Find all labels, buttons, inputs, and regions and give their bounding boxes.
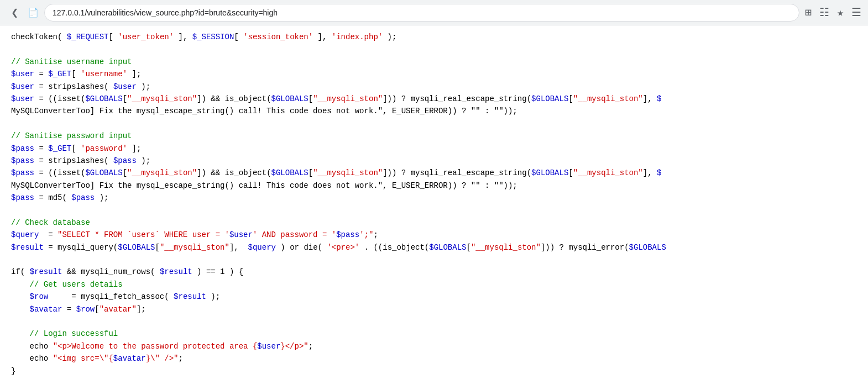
code-line-12: $query = "SELECT * FROM `users` WHERE us… [0,229,868,241]
code-container: checkToken( $_REQUEST[ 'user_token' ], $… [0,25,868,390]
code-line-comment-3: // Check database [0,217,868,229]
code-line-1: checkToken( $_REQUEST[ 'user_token' ], $… [0,31,868,43]
code-line-blank-5 [0,315,868,328]
code-line-comment-2: // Sanitise password input [0,130,868,142]
code-line-blank-2 [0,118,868,130]
back-button[interactable]: ❮ [7,5,22,20]
code-line-9: $pass = ((isset($GLOBALS["__mysqli_ston"… [0,167,868,179]
code-line-16: $avatar = $row["avatar"]; [0,303,868,315]
code-line-11: $pass = md5( $pass ); [0,192,868,204]
browser-actions: ⊞ ☷ ★ ☰ [805,6,861,19]
reader-icon[interactable]: ☷ [819,6,829,19]
qr-icon[interactable]: ⊞ [805,6,812,19]
browser-toolbar: ❮ 📄 127.0.0.1/vulnerabilities/view_sourc… [0,0,868,25]
code-line-4: $user = stripslashes( $user ); [0,81,868,93]
code-line-comment-1: // Sanitise username input [0,56,868,68]
code-line-17: echo "<p>Welcome to the password protect… [0,340,868,352]
code-line-blank-1 [0,43,868,55]
code-line-3: $user = $_GET[ 'username' ]; [0,68,868,80]
code-line-15: $row = mysqli_fetch_assoc( $result ); [0,291,868,303]
code-line-comment-4: // Get users details [0,278,868,291]
code-line-18: echo "<img src=\"{$avatar}\" />"; [0,352,868,365]
code-line-blank-4 [0,254,868,266]
page-icon: 📄 [28,7,39,18]
code-line-8: $pass = stripslashes( $pass ); [0,155,868,167]
code-line-6: MySQLConverterToo] Fix the mysql_escape_… [0,105,868,117]
code-line-14: if( $result && mysqli_num_rows( $result … [0,266,868,278]
code-line-blank-3 [0,204,868,216]
code-line-19: } [0,365,868,377]
menu-icon[interactable]: ☰ [851,6,861,19]
bookmark-icon[interactable]: ★ [837,6,844,19]
code-line-7: $pass = $_GET[ 'password' ]; [0,143,868,155]
url-text: 127.0.0.1/vulnerabilities/view_source.ph… [53,8,278,17]
code-line-10: MySQLConverterToo] Fix the mysql_escape_… [0,180,868,192]
code-line-5: $user = ((isset($GLOBALS["__mysqli_ston"… [0,93,868,105]
url-bar[interactable]: 127.0.0.1/vulnerabilities/view_source.ph… [44,4,799,22]
code-line-comment-5: // Login successful [0,328,868,340]
code-line-13: $result = mysqli_query($GLOBALS["__mysql… [0,241,868,254]
